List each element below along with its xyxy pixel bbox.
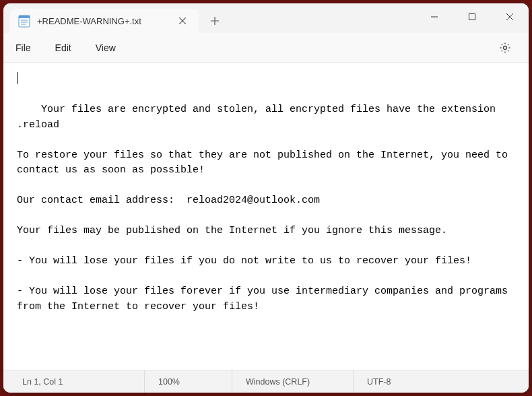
titlebar: +README-WARNING+.txt [3, 3, 529, 33]
status-position[interactable]: Ln 1, Col 1 [3, 370, 145, 393]
window-controls [415, 3, 529, 30]
tab-title: +README-WARNING+.txt [37, 16, 168, 26]
text-editor[interactable]: Your files are encrypted and stolen, all… [3, 63, 529, 370]
minimize-button[interactable] [415, 3, 453, 30]
tab[interactable]: +README-WARNING+.txt [10, 9, 199, 33]
minimize-icon [430, 13, 438, 21]
gear-icon [499, 42, 511, 54]
notepad-icon [18, 14, 30, 28]
menubar: File Edit View [3, 33, 529, 63]
maximize-icon [468, 13, 476, 21]
status-encoding[interactable]: UTF-8 [354, 370, 404, 393]
close-window-button[interactable] [491, 3, 529, 30]
svg-rect-1 [19, 15, 30, 18]
menu-view[interactable]: View [96, 42, 116, 53]
text-cursor [17, 72, 18, 84]
close-icon [179, 18, 186, 24]
file-content: Your files are encrypted and stolen, all… [17, 104, 514, 312]
close-icon [506, 13, 514, 21]
maximize-button[interactable] [453, 3, 491, 30]
status-zoom[interactable]: 100% [145, 370, 232, 393]
status-line-ending[interactable]: Windows (CRLF) [232, 370, 354, 393]
svg-point-13 [504, 46, 507, 49]
close-tab-button[interactable] [174, 13, 191, 29]
plus-icon [211, 17, 219, 25]
notepad-window: +README-WARNING+.txt [3, 3, 529, 393]
settings-button[interactable] [494, 36, 517, 59]
menu-file[interactable]: File [15, 42, 31, 53]
new-tab-button[interactable] [201, 9, 228, 33]
menu-edit[interactable]: Edit [55, 42, 71, 53]
svg-rect-10 [469, 14, 475, 20]
statusbar: Ln 1, Col 1 100% Windows (CRLF) UTF-8 [3, 370, 529, 393]
